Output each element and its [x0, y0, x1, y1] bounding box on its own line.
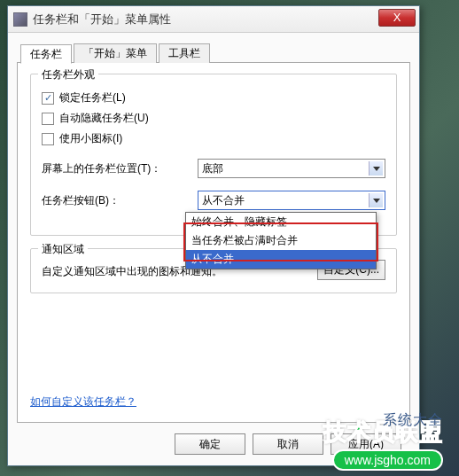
row-autohide: 自动隐藏任务栏(U): [42, 111, 385, 126]
dropdown-item-never[interactable]: 从不合并: [186, 250, 376, 269]
ok-button[interactable]: 确定: [175, 433, 245, 455]
row-smallicons: 使用小图标(I): [42, 131, 385, 146]
client-area: 任务栏 「开始」菜单 工具栏 任务栏外观 锁定任务栏(L) 自动隐藏任务栏(U)…: [8, 33, 419, 465]
label-buttons: 任务栏按钮(B)：: [42, 193, 198, 208]
dialog-window: 任务栏和「开始」菜单属性 X 任务栏 「开始」菜单 工具栏 任务栏外观 锁定任务…: [7, 5, 420, 466]
row-position: 屏幕上的任务栏位置(T)： 底部: [42, 159, 385, 178]
tabpanel: 任务栏外观 锁定任务栏(L) 自动隐藏任务栏(U) 使用小图标(I) 屏幕上的任…: [17, 62, 410, 423]
checkbox-lock[interactable]: [42, 92, 54, 105]
combo-buttons-value: 从不合并: [202, 193, 245, 208]
titlebar: 任务栏和「开始」菜单属性 X: [8, 6, 419, 33]
dropdown-buttons: 始终合并、隐藏标签 当任务栏被占满时合并 从不合并: [185, 212, 377, 269]
combo-buttons[interactable]: 从不合并: [198, 191, 385, 210]
tab-toolbars[interactable]: 工具栏: [159, 43, 210, 63]
window-icon: [13, 12, 27, 27]
label-lock[interactable]: 锁定任务栏(L): [59, 90, 126, 105]
dropdown-item-always[interactable]: 始终合并、隐藏标签: [186, 213, 376, 231]
window-title: 任务栏和「开始」菜单属性: [33, 12, 171, 27]
cancel-button[interactable]: 取消: [253, 433, 323, 455]
combo-position[interactable]: 底部: [198, 159, 385, 178]
dropdown-item-whenfull[interactable]: 当任务栏被占满时合并: [186, 231, 376, 250]
tab-taskbar[interactable]: 任务栏: [20, 44, 72, 64]
group-notify-title: 通知区域: [38, 242, 88, 257]
tabstrip: 任务栏 「开始」菜单 工具栏: [20, 43, 212, 63]
apply-button[interactable]: 应用(A): [331, 433, 401, 455]
close-button[interactable]: X: [378, 9, 416, 27]
label-position: 屏幕上的任务栏位置(T)：: [42, 161, 198, 176]
chevron-down-icon: [369, 193, 383, 207]
label-autohide[interactable]: 自动隐藏任务栏(U): [59, 111, 149, 126]
combo-position-value: 底部: [202, 161, 223, 176]
label-smallicons[interactable]: 使用小图标(I): [59, 131, 122, 146]
help-link[interactable]: 如何自定义该任务栏？: [30, 394, 136, 410]
group-appearance-title: 任务栏外观: [38, 67, 98, 82]
tab-startmenu[interactable]: 「开始」菜单: [74, 43, 157, 63]
dialog-buttons: 确定 取消 应用(A): [175, 433, 401, 455]
checkbox-smallicons[interactable]: [42, 133, 54, 145]
checkbox-autohide[interactable]: [42, 113, 54, 125]
chevron-down-icon: [369, 161, 383, 176]
row-buttons: 任务栏按钮(B)： 从不合并: [42, 191, 385, 210]
row-lock: 锁定任务栏(L): [42, 90, 385, 105]
